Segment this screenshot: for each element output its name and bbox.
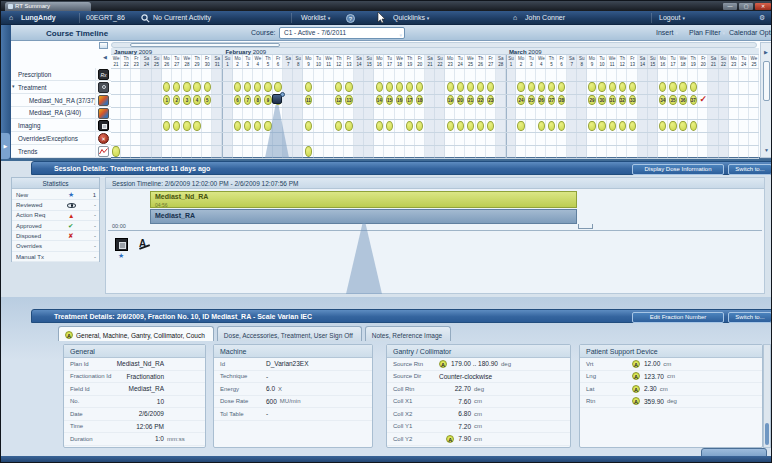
fraction-oval[interactable]: 37 [690, 95, 697, 105]
treatment-oval[interactable] [193, 82, 200, 92]
treatment-oval[interactable] [598, 82, 605, 92]
treatment-oval[interactable] [447, 121, 454, 131]
fraction-oval[interactable]: 19 [447, 95, 454, 105]
scrollbar-thumb[interactable] [130, 43, 280, 47]
fraction-oval[interactable]: 3 [183, 95, 190, 105]
treatment-oval[interactable] [457, 121, 464, 131]
tab-general[interactable]: AGeneral, Machine, Gantry, Collimator, C… [58, 326, 214, 341]
fraction-oval[interactable]: 31 [609, 95, 616, 105]
treatment-oval[interactable] [183, 82, 190, 92]
portal-image-icon[interactable] [115, 238, 128, 251]
treatment-oval[interactable] [305, 146, 312, 156]
treatment-oval[interactable] [477, 121, 484, 131]
tab-notes[interactable]: Notes, Reference Image [365, 326, 451, 341]
home-icon[interactable]: ⌂ [9, 14, 13, 21]
user-name[interactable]: John Conner [525, 14, 565, 21]
treatment-oval[interactable] [669, 121, 676, 131]
treatment-oval[interactable] [193, 121, 200, 131]
treatment-oval[interactable] [457, 82, 464, 92]
treatment-oval[interactable] [376, 82, 383, 92]
treatment-oval[interactable] [690, 82, 697, 92]
close-button[interactable]: ✕ [755, 3, 771, 10]
fraction-oval[interactable]: 21 [467, 95, 474, 105]
switch-to-button[interactable]: Switch to... [728, 312, 772, 323]
tab-dose[interactable]: Dose, Accessories, Treatment, User Sign … [217, 326, 362, 341]
patient-name[interactable]: LungAndy [21, 14, 56, 21]
treatment-oval[interactable] [345, 121, 352, 131]
treatment-oval[interactable] [690, 121, 697, 131]
fraction-oval[interactable]: 20 [457, 95, 464, 105]
treatment-oval[interactable] [609, 121, 616, 131]
maximize-button[interactable]: ▢ [739, 3, 753, 10]
timeline-bar-mediast-nd-ra[interactable]: Mediast_Nd_RA 04:56 [150, 191, 577, 208]
treatment-oval[interactable] [264, 121, 271, 131]
timeline-bar-mediast-ra[interactable]: Mediast_RA [150, 209, 577, 224]
scrollbar-thumb[interactable] [765, 423, 769, 445]
treatment-oval[interactable] [183, 121, 190, 131]
scroll-down-icon[interactable]: ▼ [764, 147, 769, 153]
minimize-button[interactable]: — [723, 3, 737, 10]
scrollbar-thum b[interactable] [763, 61, 770, 101]
fraction-oval[interactable]: 14 [376, 95, 383, 105]
treatment-oval[interactable] [598, 121, 605, 131]
fraction-oval[interactable]: 33 [629, 95, 636, 105]
fraction-oval[interactable]: 9 [264, 95, 271, 105]
treatment-oval[interactable] [234, 121, 241, 131]
fraction-oval[interactable]: 35 [669, 95, 676, 105]
selected-session-pin[interactable] [272, 94, 282, 104]
fraction-oval[interactable]: 25 [528, 95, 535, 105]
switch-to-button[interactable]: Switch to... [728, 164, 772, 175]
gear-icon[interactable]: ⚙ [759, 14, 765, 22]
treatment-oval[interactable] [467, 121, 474, 131]
treatment-oval[interactable] [517, 82, 524, 92]
treatment-oval[interactable] [619, 82, 626, 92]
fraction-oval[interactable]: 24 [517, 95, 524, 105]
treatment-oval[interactable] [264, 82, 271, 92]
treatment-oval[interactable] [112, 146, 119, 156]
rail-expander[interactable]: ▶ [1, 133, 10, 159]
calendar-options-menu[interactable]: Calendar Options ▾ [729, 29, 772, 36]
insert-menu[interactable]: Insert ▾ [656, 29, 678, 36]
worklist-menu[interactable]: Worklist ▾ [301, 14, 330, 21]
treatment-oval[interactable] [679, 82, 686, 92]
worklist-help-icon[interactable]: ? [346, 14, 355, 23]
course-dropdown[interactable]: C1 - Active - 7/6/2011 ▾ [279, 27, 405, 39]
treatment-oval[interactable] [538, 82, 545, 92]
patient-id[interactable]: 00EGRT_86 [86, 14, 125, 21]
fraction-oval[interactable]: 5 [204, 95, 211, 105]
scroll-right-icon[interactable]: ▶ [764, 49, 768, 55]
treatment-oval[interactable] [588, 121, 595, 131]
fraction-oval[interactable]: 32 [619, 95, 626, 105]
search-icon[interactable] [141, 14, 150, 23]
treatment-oval[interactable] [528, 82, 535, 92]
treatment-oval[interactable] [609, 82, 616, 92]
plan-filter-menu[interactable]: Plan Filter ▾ [689, 29, 725, 36]
treatment-oval[interactable] [376, 121, 383, 131]
calendar-mode-icon[interactable] [99, 42, 108, 49]
scroll-left-icon[interactable]: ◀ [103, 54, 107, 60]
fraction-oval[interactable]: 4 [193, 95, 200, 105]
treatment-oval[interactable] [447, 82, 454, 92]
fraction-oval[interactable]: 29 [588, 95, 595, 105]
fraction-oval[interactable]: 13 [345, 95, 352, 105]
treatment-oval[interactable] [548, 121, 555, 131]
current-activity[interactable]: No Current Activity [153, 14, 211, 21]
expander-icon[interactable]: ▾ [12, 83, 15, 89]
fraction-oval[interactable]: 15 [386, 95, 393, 105]
treatment-oval[interactable] [619, 121, 626, 131]
treatment-oval[interactable] [679, 121, 686, 131]
treatment-oval[interactable] [274, 82, 281, 92]
treatment-oval[interactable] [669, 82, 676, 92]
treatment-oval[interactable] [345, 82, 352, 92]
fraction-oval[interactable]: 26 [538, 95, 545, 105]
fraction-oval[interactable]: 36 [679, 95, 686, 105]
treatment-oval[interactable] [204, 82, 211, 92]
quicklinks-menu[interactable]: Quicklinks ▾ [393, 14, 429, 21]
treatment-oval[interactable] [386, 121, 393, 131]
fraction-oval[interactable]: 27 [548, 95, 555, 105]
details-scrollbar[interactable] [763, 344, 771, 448]
edit-fraction-number-button[interactable]: Edit Fraction Number [632, 312, 724, 323]
fraction-oval[interactable]: 11 [305, 95, 312, 105]
calendar-vertical-scrollbar[interactable]: ▶ ▼ [760, 42, 772, 158]
treatment-oval[interactable] [305, 121, 312, 131]
